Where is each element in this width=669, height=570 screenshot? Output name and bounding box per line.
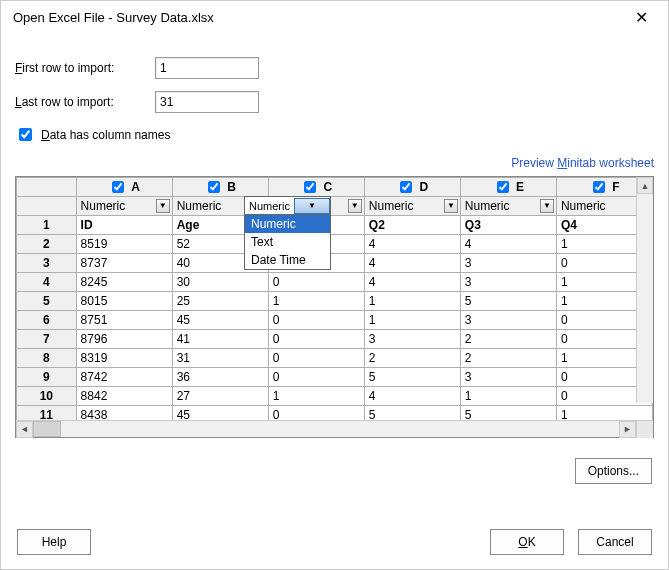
column-type-dropdown-open[interactable]: Numeric ▼ Numeric Text Date Time	[244, 196, 331, 270]
data-cell: 4	[364, 235, 460, 254]
scrollbar-thumb[interactable]	[33, 421, 61, 437]
column-include-checkbox[interactable]	[208, 181, 220, 193]
column-type-select[interactable]: Numeric▼	[461, 197, 556, 215]
data-cell: 1	[556, 406, 652, 421]
row-number: 9	[17, 368, 77, 387]
column-header[interactable]: B	[173, 178, 268, 196]
last-row-input[interactable]	[155, 91, 259, 113]
data-cell: 5	[364, 368, 460, 387]
data-cell: 4	[460, 235, 556, 254]
data-cell: 8319	[76, 349, 172, 368]
data-has-names-label: Data has column names	[41, 128, 170, 142]
data-cell: 0	[268, 349, 364, 368]
data-cell: 3	[460, 273, 556, 292]
titlebar: Open Excel File - Survey Data.xlsx ✕	[1, 1, 668, 33]
data-cell: 8742	[76, 368, 172, 387]
data-has-names-checkbox[interactable]	[19, 128, 32, 141]
column-type-value: Numeric	[81, 199, 126, 213]
data-cell: 0	[268, 406, 364, 421]
data-cell: 5	[460, 292, 556, 311]
column-include-checkbox[interactable]	[304, 181, 316, 193]
column-header[interactable]: A	[77, 178, 172, 196]
row-number: 11	[17, 406, 77, 421]
preview-worksheet-link[interactable]: Preview Minitab worksheet	[511, 156, 654, 170]
first-row-label: First row to import:	[15, 61, 155, 75]
chevron-down-icon[interactable]: ▼	[294, 198, 330, 214]
header-cell: Q3	[460, 216, 556, 235]
data-cell: 25	[172, 292, 268, 311]
row-number: 8	[17, 349, 77, 368]
data-cell: 8796	[76, 330, 172, 349]
data-cell: 2	[460, 349, 556, 368]
scroll-right-icon[interactable]: ►	[619, 421, 636, 438]
column-type-select[interactable]: Numeric▼	[77, 197, 172, 215]
data-cell: 3	[460, 368, 556, 387]
horizontal-scrollbar[interactable]: ◄ ►	[16, 420, 653, 437]
data-cell: 1	[364, 292, 460, 311]
column-type-value: Numeric	[561, 199, 606, 213]
data-cell: 4	[364, 273, 460, 292]
column-header[interactable]: C	[269, 178, 364, 196]
column-type-value: Numeric	[369, 199, 414, 213]
column-type-select[interactable]: Numeric▼	[365, 197, 460, 215]
column-include-checkbox[interactable]	[112, 181, 124, 193]
dropdown-option-text[interactable]: Text	[245, 233, 330, 251]
chevron-down-icon[interactable]: ▼	[348, 199, 362, 213]
data-cell: 1	[268, 292, 364, 311]
data-cell: 30	[172, 273, 268, 292]
window-title: Open Excel File - Survey Data.xlsx	[13, 10, 625, 25]
column-include-checkbox[interactable]	[497, 181, 509, 193]
row-number: 1	[17, 216, 77, 235]
column-header[interactable]: D	[365, 178, 460, 196]
column-type-value: Numeric	[177, 199, 222, 213]
column-header[interactable]: E	[461, 178, 556, 196]
data-cell: 8015	[76, 292, 172, 311]
column-include-checkbox[interactable]	[400, 181, 412, 193]
data-cell: 0	[268, 311, 364, 330]
chevron-down-icon[interactable]: ▼	[156, 199, 170, 213]
data-cell: 31	[172, 349, 268, 368]
data-cell: 2	[364, 349, 460, 368]
data-cell: 8519	[76, 235, 172, 254]
data-cell: 2	[460, 330, 556, 349]
last-row-label: Last row to import:	[15, 95, 155, 109]
data-cell: 36	[172, 368, 268, 387]
first-row-input[interactable]	[155, 57, 259, 79]
data-cell: 0	[268, 368, 364, 387]
row-number: 7	[17, 330, 77, 349]
data-cell: 5	[364, 406, 460, 421]
help-button[interactable]: Help	[17, 529, 91, 555]
data-cell: 3	[364, 330, 460, 349]
options-button[interactable]: Options...	[575, 458, 652, 484]
data-cell: 0	[268, 330, 364, 349]
row-number: 4	[17, 273, 77, 292]
dropdown-option-numeric[interactable]: Numeric	[245, 215, 330, 233]
data-cell: 0	[268, 273, 364, 292]
column-letter: F	[612, 180, 619, 194]
scroll-up-icon[interactable]: ▲	[637, 177, 653, 194]
column-letter: B	[227, 180, 236, 194]
row-number: 5	[17, 292, 77, 311]
row-number: 6	[17, 311, 77, 330]
data-cell: 3	[460, 311, 556, 330]
data-cell: 41	[172, 330, 268, 349]
chevron-down-icon[interactable]: ▼	[540, 199, 554, 213]
dropdown-option-datetime[interactable]: Date Time	[245, 251, 330, 269]
column-letter: E	[516, 180, 524, 194]
cancel-button[interactable]: Cancel	[578, 529, 652, 555]
close-icon[interactable]: ✕	[625, 4, 658, 31]
data-cell: 3	[460, 254, 556, 273]
column-include-checkbox[interactable]	[593, 181, 605, 193]
vertical-scrollbar[interactable]: ▲	[636, 177, 653, 403]
scroll-left-icon[interactable]: ◄	[16, 421, 33, 438]
row-number: 3	[17, 254, 77, 273]
data-cell: 45	[172, 311, 268, 330]
column-letter: D	[419, 180, 428, 194]
data-cell: 4	[364, 387, 460, 406]
data-cell: 8737	[76, 254, 172, 273]
chevron-down-icon[interactable]: ▼	[444, 199, 458, 213]
data-cell: 8842	[76, 387, 172, 406]
data-cell: 4	[364, 254, 460, 273]
data-cell: 1	[364, 311, 460, 330]
ok-button[interactable]: OK	[490, 529, 564, 555]
